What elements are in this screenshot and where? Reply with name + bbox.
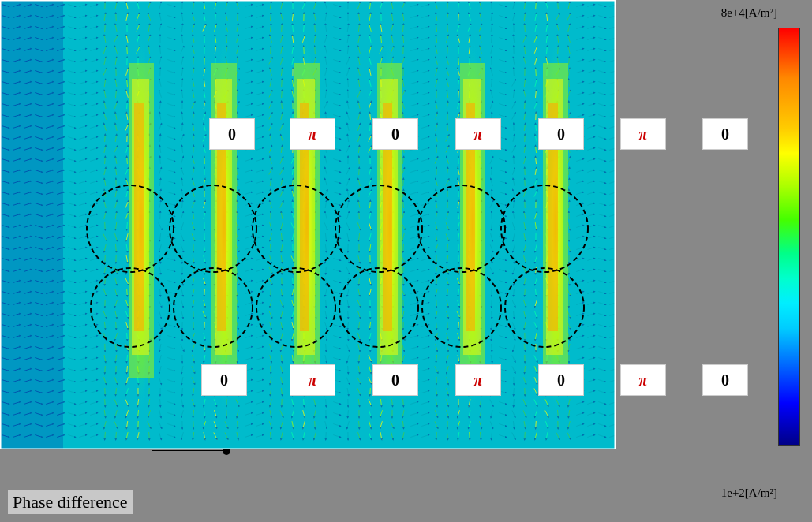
svg-rect-2248 — [134, 103, 144, 331]
phase-box-top-1: 0 — [209, 118, 255, 150]
phase-box-top-2: π — [290, 118, 335, 150]
svg-rect-2244 — [0, 0, 63, 449]
phase-box-top-5: 0 — [538, 118, 584, 150]
svg-line-749 — [193, 145, 194, 153]
svg-line-2230 — [470, 432, 470, 440]
svg-line-1377 — [326, 267, 327, 274]
color-gradient-bar — [778, 28, 800, 446]
phase-box-bottom-2: π — [290, 364, 335, 396]
svg-line-947 — [525, 178, 526, 186]
svg-line-660 — [447, 123, 448, 131]
phase-box-bottom-7: 0 — [702, 364, 748, 396]
svg-line-1668 — [447, 322, 448, 330]
phase-box-top-7: 0 — [702, 118, 748, 150]
phase-box-bottom-1: 0 — [201, 364, 247, 396]
phase-difference-label: Phase difference — [8, 490, 133, 514]
svg-line-125 — [105, 24, 106, 32]
scale-bottom-label: 1e+2[A/m²] — [721, 487, 777, 500]
svg-line-302 — [204, 57, 205, 65]
svg-line-802 — [160, 156, 161, 164]
svg-line-141 — [282, 24, 283, 32]
color-scale-bar — [774, 24, 804, 473]
svg-line-876 — [359, 167, 360, 175]
svg-line-834 — [514, 156, 515, 164]
svg-line-44 — [447, 2, 448, 9]
svg-line-483 — [348, 90, 349, 98]
phase-box-top-3: 0 — [372, 118, 418, 150]
phase-line-horizontal — [152, 450, 226, 451]
svg-line-1478 — [204, 289, 205, 296]
phase-box-bottom-4: π — [455, 364, 501, 396]
svg-line-1773 — [370, 344, 371, 352]
svg-line-354 — [160, 68, 161, 76]
svg-line-48 — [492, 2, 492, 9]
svg-line-2227 — [436, 432, 437, 440]
phase-box-bottom-6: π — [620, 364, 666, 396]
svg-line-1100 — [359, 211, 360, 219]
svg-line-1605 — [370, 311, 371, 319]
phase-box-top-4: π — [455, 118, 501, 150]
phase-box-top-6: π — [620, 118, 666, 150]
svg-line-1133 — [105, 222, 106, 230]
phase-box-bottom-3: 0 — [372, 364, 418, 396]
svg-line-2153 — [238, 421, 238, 429]
phase-box-bottom-5: 0 — [538, 364, 584, 396]
svg-line-559 — [569, 101, 570, 109]
svg-line-1399 — [569, 267, 570, 274]
svg-line-268 — [447, 46, 448, 54]
svg-line-2235 — [525, 432, 526, 440]
svg-line-1000 — [492, 189, 492, 197]
svg-line-388 — [536, 68, 537, 76]
svg-line-2217 — [326, 432, 327, 440]
svg-line-1567 — [569, 300, 570, 308]
svg-line-1973 — [105, 388, 106, 396]
svg-line-477 — [282, 90, 283, 98]
scale-top-label: 8e+4[A/m²] — [721, 6, 777, 20]
svg-line-1560 — [492, 300, 492, 308]
svg-line-1119 — [569, 211, 570, 219]
